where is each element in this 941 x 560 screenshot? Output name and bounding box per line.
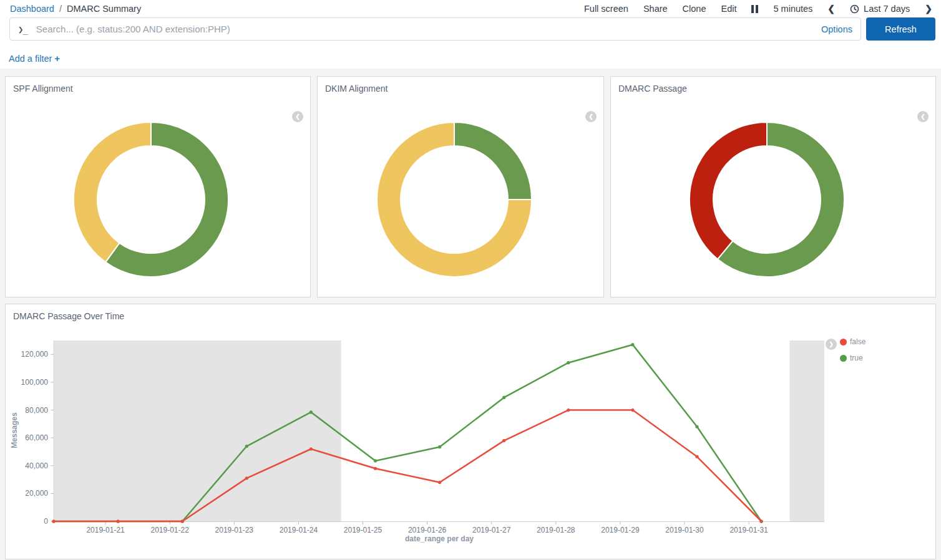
query-bar: ❯_ Options <box>9 17 861 41</box>
y-tick-label: 80,000 <box>25 406 48 415</box>
legend-item-true[interactable]: true <box>840 354 863 362</box>
y-tick-label: 60,000 <box>25 433 48 442</box>
x-tick-label: 2019-01-31 <box>729 526 768 534</box>
x-tick-label: 2019-01-28 <box>537 526 575 534</box>
data-point-true[interactable] <box>502 396 505 399</box>
legend-dot-true <box>840 355 847 362</box>
add-filter-plus-icon: + <box>54 53 60 64</box>
x-tick-label: 2019-01-22 <box>151 526 190 534</box>
top-navbar: Dashboard / DMARC Summary Full screen Sh… <box>0 0 941 16</box>
y-axis-title: Messages <box>10 399 19 461</box>
x-axis-title: date_range per day <box>355 534 524 543</box>
edit-button[interactable]: Edit <box>721 4 736 14</box>
data-point-true[interactable] <box>631 343 634 346</box>
panel-spf-alignment: SPF Allignment ❮ <box>5 76 311 297</box>
add-filter-label: Add a filter <box>9 54 52 64</box>
time-range-shade <box>789 340 824 521</box>
data-point-true[interactable] <box>438 445 441 448</box>
navbar-menu: Full screen Share Clone Edit 5 minutes ❮… <box>584 4 932 14</box>
clone-button[interactable]: Clone <box>683 4 706 14</box>
donut-slice-0[interactable] <box>454 122 532 200</box>
panel-title-dkim: DKIM Alignment <box>318 77 603 100</box>
panel-dmarc-passage: DMARC Passage ❮ <box>610 76 936 297</box>
time-range-label: Last 7 days <box>864 4 910 14</box>
donut-slice-1[interactable] <box>690 122 767 259</box>
kibana-dashboard-app: Dashboard / DMARC Summary Full screen Sh… <box>0 0 941 560</box>
spf-donut-chart[interactable] <box>73 122 229 278</box>
data-point-false[interactable] <box>502 439 505 442</box>
data-point-false[interactable] <box>181 519 184 523</box>
data-point-false[interactable] <box>117 519 120 523</box>
x-tick-label: 2019-01-29 <box>601 526 640 534</box>
clock-icon <box>850 4 859 14</box>
y-tick-label: 40,000 <box>25 461 48 470</box>
panel-dmarc-over-time: DMARC Passage Over Time 020,00040,00060,… <box>5 304 936 559</box>
options-link[interactable]: Options <box>821 24 852 34</box>
x-tick-label: 2019-01-25 <box>344 526 383 534</box>
data-point-false[interactable] <box>438 481 441 484</box>
data-point-false[interactable] <box>310 447 313 450</box>
breadcrumb-separator: / <box>59 4 62 14</box>
legend-collapse-icon[interactable]: ❮ <box>917 111 929 122</box>
time-back-chevron-icon[interactable]: ❮ <box>827 4 835 14</box>
query-prompt-icon: ❯_ <box>18 24 27 34</box>
search-input[interactable] <box>35 23 815 35</box>
legend-collapse-icon[interactable]: ❮ <box>585 111 597 122</box>
data-point-false[interactable] <box>52 519 55 523</box>
y-tick-label: 120,000 <box>21 350 49 359</box>
refresh-interval-button[interactable]: 5 minutes <box>773 4 812 14</box>
legend-dot-false <box>840 339 847 345</box>
time-range-button[interactable]: Last 7 days <box>850 4 910 14</box>
donut-slice-1[interactable] <box>74 122 151 262</box>
line-chart-svg[interactable]: 020,00040,00060,00080,000100,000120,0002… <box>6 304 937 560</box>
x-tick-label: 2019-01-23 <box>215 526 254 534</box>
legend-label-false: false <box>850 337 865 346</box>
data-point-false[interactable] <box>695 455 698 458</box>
x-tick-label: 2019-01-30 <box>665 526 704 534</box>
legend-label-true: true <box>850 354 863 362</box>
x-tick-label: 2019-01-27 <box>472 526 511 534</box>
data-point-false[interactable] <box>245 476 248 480</box>
data-point-false[interactable] <box>567 408 570 412</box>
share-button[interactable]: Share <box>643 4 668 14</box>
y-tick-label: 100,000 <box>21 378 49 387</box>
y-tick-label: 20,000 <box>25 489 48 498</box>
breadcrumb: Dashboard / DMARC Summary <box>10 4 141 14</box>
page-title: DMARC Summary <box>67 4 141 14</box>
time-forward-chevron-icon[interactable]: ❯ <box>925 4 932 14</box>
panel-title-spf: SPF Allignment <box>6 77 310 100</box>
dmarc-donut-chart[interactable] <box>689 122 845 278</box>
panel-title-dmarc: DMARC Passage <box>611 77 935 100</box>
full-screen-button[interactable]: Full screen <box>584 4 628 14</box>
data-point-false[interactable] <box>374 467 377 470</box>
x-tick-label: 2019-01-26 <box>408 526 447 534</box>
add-filter-link[interactable]: Add a filter+ <box>9 53 60 64</box>
panel-dkim-alignment: DKIM Alignment ❮ <box>317 76 604 297</box>
data-point-true[interactable] <box>374 459 377 462</box>
breadcrumb-dashboard-link[interactable]: Dashboard <box>10 4 54 14</box>
dkim-donut-chart[interactable] <box>376 122 532 278</box>
data-point-true[interactable] <box>245 445 248 448</box>
legend-item-false[interactable]: false <box>840 337 865 346</box>
data-point-true[interactable] <box>567 361 570 364</box>
data-point-false[interactable] <box>760 519 763 523</box>
data-point-true[interactable] <box>310 410 313 413</box>
data-point-false[interactable] <box>631 408 634 412</box>
x-tick-label: 2019-01-24 <box>280 526 318 534</box>
time-range-shade <box>54 340 341 521</box>
legend-collapse-icon[interactable]: ❮ <box>292 111 303 122</box>
legend-expand-icon[interactable]: ❯ <box>826 339 837 350</box>
refresh-button[interactable]: Refresh <box>866 17 935 41</box>
y-tick-label: 0 <box>44 517 48 526</box>
data-point-true[interactable] <box>695 425 698 428</box>
pause-autorefresh-icon[interactable] <box>751 5 758 13</box>
x-tick-label: 2019-01-21 <box>86 526 125 534</box>
